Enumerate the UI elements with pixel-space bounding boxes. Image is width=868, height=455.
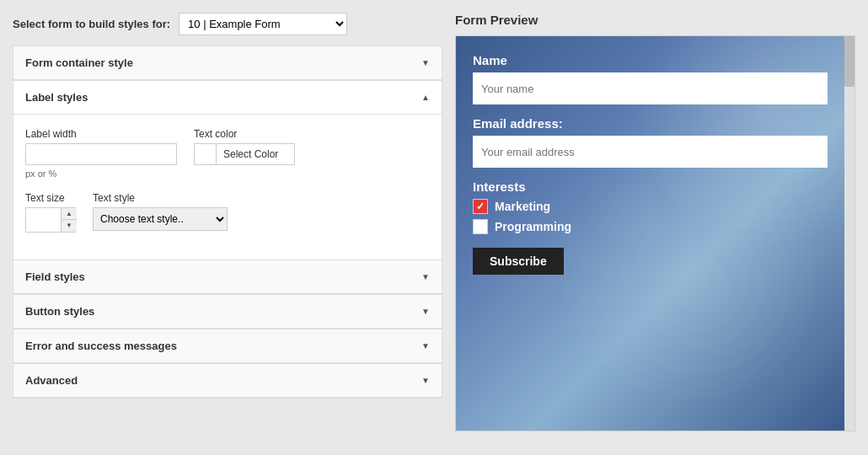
accordion-field-styles: Field styles ▼ xyxy=(13,260,442,295)
label-width-group: Label width px or % xyxy=(25,128,177,179)
form-selector-dropdown[interactable]: 10 | Example Form xyxy=(179,13,347,35)
accordion-header-label-styles[interactable]: Label styles ▲ xyxy=(13,81,442,115)
label-styles-row-1: Label width px or % Text color Select Co… xyxy=(25,128,430,179)
accordion-header-error-success[interactable]: Error and success messages ▼ xyxy=(13,329,442,363)
name-input[interactable] xyxy=(473,72,828,104)
accordion-title-field-styles: Field styles xyxy=(25,270,85,283)
right-panel: Form Preview Name Email address: Interes… xyxy=(455,13,855,442)
checkbox-marketing-box: ✓ xyxy=(473,199,488,214)
left-panel: Select form to build styles for: 10 | Ex… xyxy=(13,13,442,442)
subscribe-button[interactable]: Subscribe xyxy=(473,248,564,275)
accordion-content-label-styles: Label width px or % Text color Select Co… xyxy=(13,115,442,260)
chevron-up-icon-label-styles: ▲ xyxy=(421,93,430,102)
text-size-spinner: ▲ ▼ xyxy=(25,207,76,233)
accordion-title-advanced: Advanced xyxy=(25,374,78,387)
checkbox-group: ✓ Marketing Programming xyxy=(473,199,828,234)
px-hint: px or % xyxy=(25,169,177,179)
text-size-input[interactable] xyxy=(26,208,62,232)
text-size-group: Text size ▲ ▼ xyxy=(25,192,76,233)
name-field-label: Name xyxy=(473,53,828,67)
text-style-label: Text style xyxy=(93,192,228,204)
accordion-button-styles: Button styles ▼ xyxy=(13,295,442,329)
accordion-label-styles: Label styles ▲ Label width px or % Text … xyxy=(13,81,442,260)
text-style-group: Text style Choose text style.. Normal Bo… xyxy=(93,192,228,233)
chevron-down-icon-field-styles: ▼ xyxy=(421,272,430,281)
checkbox-marketing[interactable]: ✓ Marketing xyxy=(473,199,828,214)
accordion-advanced: Advanced ▼ xyxy=(13,364,442,399)
accordion-title-error-success: Error and success messages xyxy=(25,340,177,352)
preview-scrollbar[interactable] xyxy=(844,36,855,431)
checkmark-icon: ✓ xyxy=(476,201,485,212)
accordion-header-field-styles[interactable]: Field styles ▼ xyxy=(13,260,442,294)
preview-form-background: Name Email address: Interests ✓ Marketin… xyxy=(456,36,844,431)
accordion-title-button-styles: Button styles xyxy=(25,305,94,318)
checkbox-marketing-label: Marketing xyxy=(495,200,550,213)
accordion-title-form-container: Form container style xyxy=(25,56,133,69)
text-color-group: Text color Select Color xyxy=(194,128,295,179)
color-swatch xyxy=(195,144,217,164)
label-styles-row-2: Text size ▲ ▼ Text style Choose text xyxy=(25,192,430,233)
label-width-label: Label width xyxy=(25,128,177,140)
chevron-down-icon-button-styles: ▼ xyxy=(421,307,430,316)
spinner-buttons: ▲ ▼ xyxy=(62,208,77,232)
interests-label: Interests xyxy=(473,179,828,194)
accordion-form-container: Form container style ▼ xyxy=(13,46,442,81)
preview-wrapper: Name Email address: Interests ✓ Marketin… xyxy=(455,35,855,431)
checkbox-programming-label: Programming xyxy=(495,220,571,233)
preview-scrollbar-thumb xyxy=(844,36,855,87)
color-picker-button[interactable]: Select Color xyxy=(194,143,295,165)
text-color-label: Text color xyxy=(194,128,295,140)
accordion-header-form-container[interactable]: Form container style ▼ xyxy=(13,46,442,80)
checkbox-programming[interactable]: Programming xyxy=(473,219,828,234)
accordion-header-advanced[interactable]: Advanced ▼ xyxy=(13,364,442,398)
form-selector-label: Select form to build styles for: xyxy=(13,18,170,30)
accordion-error-success: Error and success messages ▼ xyxy=(13,329,442,364)
chevron-down-icon-advanced: ▼ xyxy=(421,376,430,385)
text-style-dropdown[interactable]: Choose text style.. Normal Bold Italic B… xyxy=(93,207,228,231)
spinner-down-button[interactable]: ▼ xyxy=(62,220,77,232)
label-width-input[interactable] xyxy=(25,143,177,165)
email-field-label: Email address: xyxy=(473,116,828,131)
form-selector-row: Select form to build styles for: 10 | Ex… xyxy=(13,13,442,35)
accordion-title-label-styles: Label styles xyxy=(25,91,88,104)
preview-title: Form Preview xyxy=(455,13,855,27)
chevron-down-icon-form-container: ▼ xyxy=(421,58,430,67)
checkbox-programming-box xyxy=(473,219,488,234)
email-input[interactable] xyxy=(473,136,828,168)
chevron-down-icon-error-success: ▼ xyxy=(421,341,430,351)
spinner-up-button[interactable]: ▲ xyxy=(62,208,77,220)
accordion-header-button-styles[interactable]: Button styles ▼ xyxy=(13,295,442,329)
select-color-label: Select Color xyxy=(217,148,285,160)
text-size-label: Text size xyxy=(25,192,76,204)
